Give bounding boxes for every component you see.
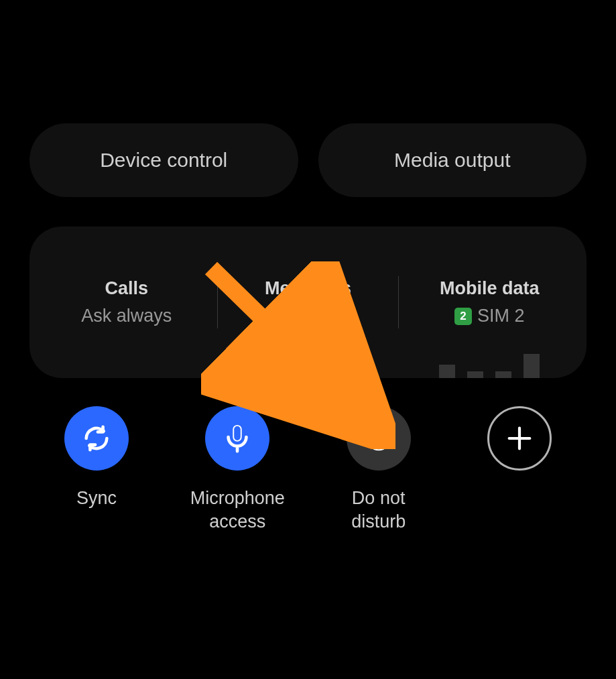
signal-icon <box>439 354 540 378</box>
sim-calls-title: Calls <box>105 278 149 299</box>
svg-rect-2 <box>372 437 385 440</box>
quick-toggles-row: Sync Microphone access Do not disturb <box>29 406 587 534</box>
sim-messages-sub: 1 SIM 1 <box>273 306 343 326</box>
sync-toggle[interactable]: Sync <box>29 406 164 534</box>
sync-label: Sync <box>76 487 117 510</box>
device-control-label: Device control <box>100 149 227 172</box>
sim1-badge-icon: 1 <box>273 308 290 325</box>
sim2-badge-icon: 2 <box>454 308 472 325</box>
media-output-label: Media output <box>394 149 510 172</box>
media-output-button[interactable]: Media output <box>318 123 587 197</box>
sim-mobiledata-title: Mobile data <box>440 278 540 299</box>
sync-icon <box>64 406 129 471</box>
do-not-disturb-icon <box>347 406 411 471</box>
do-not-disturb-toggle[interactable]: Do not disturb <box>312 406 446 534</box>
microphone-label: Microphone access <box>190 487 285 534</box>
plus-icon <box>487 406 552 471</box>
sim-messages[interactable]: Messages 1 SIM 1 <box>218 227 399 378</box>
top-controls-row: Device control Media output <box>29 123 587 197</box>
microphone-icon <box>205 406 269 471</box>
device-control-button[interactable]: Device control <box>29 123 298 197</box>
svg-rect-0 <box>234 426 242 441</box>
signal-icon <box>258 354 359 378</box>
sim-calls-sub: Ask always <box>81 306 172 326</box>
sim-messages-title: Messages <box>265 278 351 299</box>
sim-mobile-data[interactable]: Mobile data 2 SIM 2 <box>399 227 580 378</box>
dnd-label: Do not disturb <box>351 487 406 534</box>
microphone-access-toggle[interactable]: Microphone access <box>170 406 304 534</box>
sim-panel: Calls Ask always Messages 1 SIM 1 Mobile… <box>29 227 587 378</box>
sim-mobiledata-sub: 2 SIM 2 <box>454 306 525 326</box>
add-toggle-button[interactable] <box>452 406 587 534</box>
svg-point-1 <box>367 427 390 450</box>
sim-calls[interactable]: Calls Ask always <box>36 227 217 378</box>
